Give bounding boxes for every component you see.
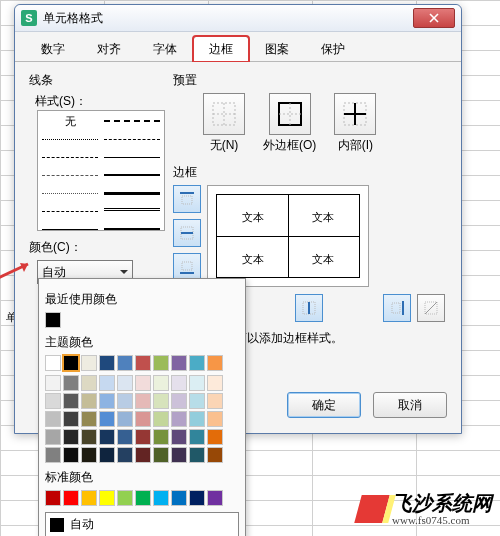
style-hair[interactable] (42, 221, 98, 237)
style-dash[interactable] (42, 149, 98, 165)
color-swatch[interactable] (171, 411, 187, 427)
color-swatch[interactable] (153, 411, 169, 427)
style-thin[interactable] (104, 149, 160, 165)
color-swatch[interactable] (99, 490, 115, 506)
color-swatch[interactable] (81, 393, 97, 409)
style-dash-med[interactable] (104, 113, 160, 129)
style-dashgrey[interactable] (42, 167, 98, 183)
color-swatch[interactable] (117, 447, 133, 463)
color-swatch[interactable] (63, 411, 79, 427)
color-swatch[interactable] (207, 393, 223, 409)
color-swatch[interactable] (153, 429, 169, 445)
border-top-button[interactable] (173, 185, 201, 213)
color-swatch[interactable] (135, 490, 151, 506)
color-swatch[interactable] (135, 355, 151, 371)
color-swatch[interactable] (135, 411, 151, 427)
color-swatch[interactable] (117, 355, 133, 371)
ok-button[interactable]: 确定 (287, 392, 361, 418)
color-swatch[interactable] (81, 411, 97, 427)
color-swatch[interactable] (45, 393, 61, 409)
tab-border[interactable]: 边框 (193, 36, 249, 62)
color-swatch[interactable] (63, 429, 79, 445)
color-swatch[interactable] (189, 429, 205, 445)
color-swatch[interactable] (153, 447, 169, 463)
border-preview[interactable]: 文本 文本 文本 文本 (207, 185, 369, 287)
color-swatch[interactable] (45, 447, 61, 463)
color-swatch[interactable] (81, 375, 97, 391)
color-swatch[interactable] (171, 429, 187, 445)
color-swatch[interactable] (207, 375, 223, 391)
color-swatch[interactable] (63, 355, 79, 371)
color-swatch[interactable] (153, 355, 169, 371)
close-button[interactable] (413, 8, 455, 28)
color-swatch[interactable] (63, 447, 79, 463)
color-swatch[interactable] (81, 355, 97, 371)
color-swatch[interactable] (135, 375, 151, 391)
color-swatch[interactable] (63, 375, 79, 391)
border-bottom-button[interactable] (173, 253, 201, 281)
tab-font[interactable]: 字体 (137, 36, 193, 62)
tab-align[interactable]: 对齐 (81, 36, 137, 62)
border-diag-up-button[interactable] (417, 294, 445, 322)
color-swatch[interactable] (117, 375, 133, 391)
color-swatch[interactable] (63, 393, 79, 409)
color-swatch[interactable] (171, 355, 187, 371)
color-swatch[interactable] (207, 429, 223, 445)
style-selected[interactable] (104, 221, 160, 237)
color-swatch[interactable] (99, 429, 115, 445)
color-swatch[interactable] (171, 490, 187, 506)
color-swatch[interactable] (45, 429, 61, 445)
color-swatch[interactable] (117, 490, 133, 506)
preset-outer-button[interactable] (269, 93, 311, 135)
style-dashdot[interactable] (104, 131, 160, 147)
style-double[interactable] (104, 203, 160, 219)
border-vmid-button[interactable] (295, 294, 323, 322)
border-right-button[interactable] (383, 294, 411, 322)
color-swatch[interactable] (189, 355, 205, 371)
color-swatch[interactable] (45, 411, 61, 427)
tab-pattern[interactable]: 图案 (249, 36, 305, 62)
color-swatch[interactable] (153, 393, 169, 409)
color-swatch[interactable] (81, 490, 97, 506)
color-swatch[interactable] (171, 447, 187, 463)
tab-number[interactable]: 数字 (25, 36, 81, 62)
color-swatch[interactable] (99, 375, 115, 391)
color-swatch[interactable] (99, 393, 115, 409)
cancel-button[interactable]: 取消 (373, 392, 447, 418)
color-swatch[interactable] (135, 429, 151, 445)
color-swatch[interactable] (171, 375, 187, 391)
color-swatch[interactable] (207, 447, 223, 463)
style-none[interactable]: 无 (42, 113, 98, 129)
tab-protect[interactable]: 保护 (305, 36, 361, 62)
color-swatch[interactable] (45, 375, 61, 391)
color-swatch[interactable] (189, 393, 205, 409)
style-dotdash[interactable] (42, 185, 98, 201)
style-dot[interactable] (42, 131, 98, 147)
color-swatch[interactable] (171, 393, 187, 409)
color-swatch[interactable] (189, 447, 205, 463)
color-swatch[interactable] (207, 411, 223, 427)
color-swatch[interactable] (99, 355, 115, 371)
color-swatch[interactable] (117, 429, 133, 445)
style-dashdot2[interactable] (42, 203, 98, 219)
color-swatch[interactable] (63, 490, 79, 506)
line-style-list[interactable]: 无 (37, 110, 165, 231)
style-thick[interactable] (104, 185, 160, 201)
border-hmid-button[interactable] (173, 219, 201, 247)
recent-color-swatch[interactable] (45, 312, 61, 328)
color-swatch[interactable] (135, 393, 151, 409)
color-swatch[interactable] (117, 393, 133, 409)
color-swatch[interactable] (189, 490, 205, 506)
titlebar[interactable]: S 单元格格式 (15, 5, 461, 32)
color-swatch[interactable] (45, 490, 61, 506)
color-swatch[interactable] (135, 447, 151, 463)
color-swatch[interactable] (207, 355, 223, 371)
preset-inner-button[interactable] (334, 93, 376, 135)
color-swatch[interactable] (99, 411, 115, 427)
color-swatch[interactable] (117, 411, 133, 427)
color-swatch[interactable] (81, 447, 97, 463)
color-swatch[interactable] (153, 490, 169, 506)
color-swatch[interactable] (189, 375, 205, 391)
color-swatch[interactable] (45, 355, 61, 371)
auto-color-row[interactable]: 自动 (45, 512, 239, 536)
